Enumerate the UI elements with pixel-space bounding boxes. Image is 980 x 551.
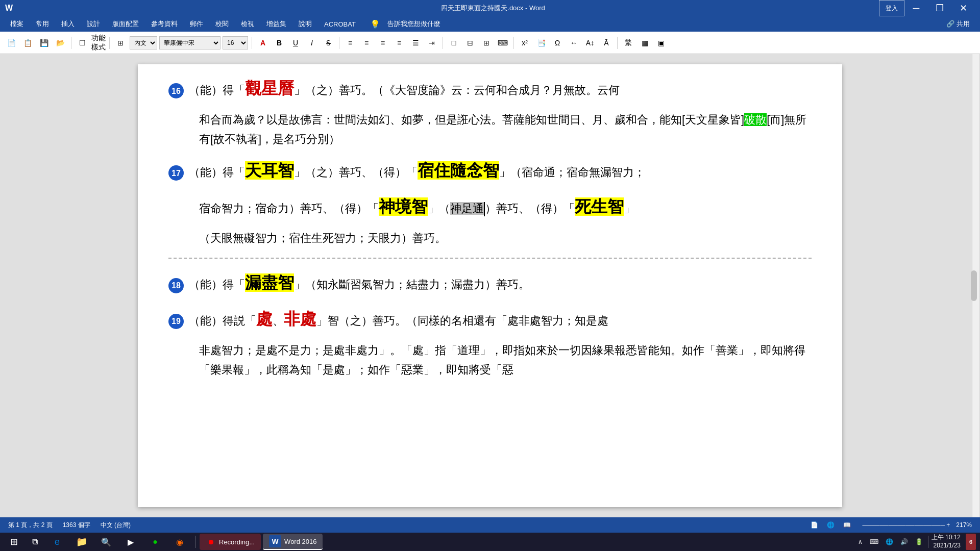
- start-button[interactable]: ⊞: [4, 534, 24, 550]
- justify-icon[interactable]: ≡: [392, 36, 406, 50]
- scrollbar-thumb[interactable]: [971, 270, 977, 301]
- tab-share[interactable]: 🔗 共用: [941, 16, 975, 32]
- tab-layout[interactable]: 版面配置: [107, 16, 144, 32]
- text-size-icon[interactable]: A↕: [583, 36, 597, 50]
- minimize-button[interactable]: ─: [904, 0, 928, 16]
- font-select[interactable]: 華康儷中宋: [159, 36, 220, 49]
- notification-badge[interactable]: 6: [966, 534, 976, 550]
- num-17: 17: [168, 165, 184, 181]
- new-doc-icon[interactable]: 📄: [4, 36, 18, 50]
- save-icon[interactable]: 💾: [37, 36, 51, 50]
- p17-sisheng: 死生智: [575, 197, 624, 216]
- restore-button[interactable]: ❐: [928, 0, 951, 16]
- p18-text2: 」（知永斷習氣智力；結盡力；漏盡力）善巧。: [294, 278, 530, 291]
- doc-icon[interactable]: 📑: [534, 36, 548, 50]
- tab-view[interactable]: 檢視: [236, 16, 259, 32]
- task-view-button[interactable]: ⧉: [26, 534, 44, 550]
- word-count: 1363 個字: [63, 521, 90, 530]
- open-icon[interactable]: 📂: [53, 36, 67, 50]
- list-icon[interactable]: ☰: [408, 36, 423, 50]
- taskbar: ⊞ ⧉ e 📁 🔍 ▶ ● ◉ ⏺ Recording... W Word 20…: [0, 533, 980, 551]
- tray-network-icon[interactable]: 🌐: [884, 538, 895, 545]
- word-task-label: Word 2016: [284, 538, 316, 545]
- align-right-icon[interactable]: ≡: [376, 36, 390, 50]
- paragraph-19: 19 （能）得説「處、非處」智（之）善巧。（同樣的名相還有「處非處智力；知是處: [168, 305, 812, 333]
- tray-separator: [928, 536, 928, 548]
- tab-design[interactable]: 設計: [82, 16, 105, 32]
- arrow-icon[interactable]: ↔: [567, 36, 581, 50]
- align-center-icon[interactable]: ≡: [359, 36, 374, 50]
- fontsize-select[interactable]: 16: [223, 36, 248, 49]
- p17-text1: （能）得「: [189, 166, 245, 179]
- char-count-icon[interactable]: ⌨: [496, 36, 510, 50]
- strikethrough-icon[interactable]: S̶: [321, 36, 335, 50]
- tray-battery-icon[interactable]: 🔋: [913, 538, 925, 545]
- titlebar-left: W: [5, 4, 107, 13]
- word-taskitem[interactable]: W Word 2016: [263, 534, 323, 550]
- web-layout-btn[interactable]: 🌐: [824, 519, 837, 531]
- font-color-icon[interactable]: A: [256, 36, 270, 50]
- signin-button[interactable]: 登入: [879, 0, 904, 16]
- superscript-icon[interactable]: x²: [518, 36, 532, 50]
- align2-icon[interactable]: ⊟: [463, 36, 477, 50]
- tray-keyboard-icon[interactable]: ⌨: [868, 538, 880, 545]
- separator: [443, 37, 443, 49]
- tab-home[interactable]: 常用: [31, 16, 54, 32]
- tray-chevron[interactable]: ∧: [856, 538, 865, 545]
- p17-tianer: 天耳智: [245, 161, 294, 180]
- search-button[interactable]: 🔍: [95, 534, 117, 550]
- player-icon[interactable]: ▶: [119, 534, 142, 550]
- clock-date: 2021/1/23: [932, 542, 961, 550]
- function-style-icon[interactable]: 功能樣式: [91, 36, 106, 50]
- tab-tellme[interactable]: 告訴我您想做什麼: [382, 16, 446, 32]
- app2-icon[interactable]: ◉: [168, 534, 191, 550]
- tab-help[interactable]: 說明: [293, 16, 317, 32]
- special-font-icon[interactable]: Ā: [599, 36, 614, 50]
- p17-shenzutong: 神足通: [450, 202, 484, 215]
- table-icon[interactable]: ⊞: [113, 36, 128, 50]
- copy-icon[interactable]: 📋: [20, 36, 35, 50]
- style-select[interactable]: 內文: [130, 36, 157, 49]
- italic-icon[interactable]: I: [305, 36, 319, 50]
- tray-volume-icon[interactable]: 🔊: [898, 538, 910, 545]
- paragraph-17c: （天眼無礙智力；宿住生死智力；天眼力）善巧。: [199, 229, 812, 247]
- tab-review[interactable]: 校閱: [210, 16, 234, 32]
- tab-mailings[interactable]: 郵件: [185, 16, 208, 32]
- scrollbar-track[interactable]: [972, 54, 979, 517]
- paragraph-16: 16 （能）得「觀星曆」（之）善巧。（《大智度論》云：云何和合成月？月無故。云何: [168, 74, 812, 102]
- taskbar-clock[interactable]: 上午 10:12 2021/1/23: [932, 534, 961, 549]
- tab-file[interactable]: 檔案: [5, 16, 29, 32]
- indent-icon[interactable]: ⇥: [425, 36, 439, 50]
- tab-insert[interactable]: 插入: [56, 16, 80, 32]
- p17b-text1: 宿命智力；宿命力）善巧、（得）「: [199, 202, 379, 215]
- separator: [617, 37, 618, 49]
- recording-taskitem[interactable]: ⏺ Recording...: [200, 534, 261, 550]
- extra-icon[interactable]: ▦: [638, 36, 652, 50]
- separator: [252, 37, 252, 49]
- checkbox-icon[interactable]: ☐: [75, 36, 89, 50]
- app-green-icon: ●: [150, 537, 160, 547]
- explorer-icon[interactable]: 📁: [70, 534, 93, 550]
- bold-icon[interactable]: B: [272, 36, 286, 50]
- read-mode-btn[interactable]: 📖: [841, 519, 853, 531]
- tab-addins[interactable]: 增益集: [261, 16, 291, 32]
- symbol-icon[interactable]: Ω: [550, 36, 565, 50]
- clock-time: 上午 10:12: [932, 534, 961, 542]
- tab-acrobat[interactable]: ACROBAT: [319, 16, 361, 32]
- green-app-icon[interactable]: ●: [144, 534, 166, 550]
- trad-chinese-icon[interactable]: 繁: [621, 36, 635, 50]
- zoom-percent: 217%: [956, 521, 972, 529]
- align3-icon[interactable]: ⊞: [479, 36, 494, 50]
- statusbar-left: 第 1 頁，共 2 頁 1363 個字 中文 (台灣): [8, 521, 131, 530]
- align-left-icon[interactable]: ≡: [343, 36, 357, 50]
- tab-references[interactable]: 參考資料: [146, 16, 183, 32]
- p17c-text: （天眼無礙智力；宿住生死智力；天眼力）善巧。: [199, 232, 446, 244]
- close-button[interactable]: ✕: [951, 0, 975, 16]
- underline-icon[interactable]: U: [288, 36, 303, 50]
- document-page[interactable]: 16 （能）得「觀星曆」（之）善巧。（《大智度論》云：云何和合成月？月無故。云何…: [138, 64, 842, 507]
- frame-icon[interactable]: □: [447, 36, 461, 50]
- print-layout-btn[interactable]: 📄: [808, 519, 820, 531]
- edge-icon[interactable]: e: [46, 534, 68, 550]
- extra2-icon[interactable]: ▣: [654, 36, 668, 50]
- num-18: 18: [168, 278, 184, 293]
